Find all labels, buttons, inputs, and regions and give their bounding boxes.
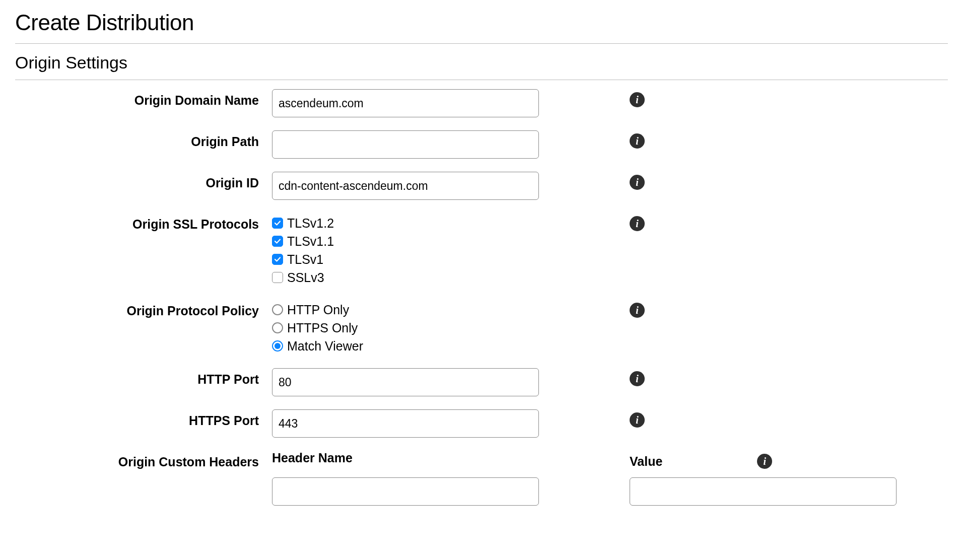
row-protocol-policy: Origin Protocol Policy HTTP OnlyHTTPS On… <box>15 300 948 355</box>
label-protocol-policy: Origin Protocol Policy <box>15 300 272 318</box>
ssl-option: TLSv1.1 <box>272 232 539 250</box>
ssl-option: SSLv3 <box>272 268 539 287</box>
divider <box>15 43 948 44</box>
info-icon[interactable]: i <box>757 454 772 469</box>
ssl-option: TLSv1.2 <box>272 214 539 232</box>
divider <box>15 80 948 80</box>
protocol-option-label: HTTP Only <box>287 301 349 319</box>
protocol-option-label: HTTPS Only <box>287 319 358 337</box>
http-port-input[interactable] <box>272 368 539 396</box>
protocol-option: HTTPS Only <box>272 319 539 337</box>
column-header-value: Value <box>630 454 662 469</box>
info-icon[interactable]: i <box>630 175 645 190</box>
info-icon[interactable]: i <box>630 216 645 231</box>
origin-id-input[interactable] <box>272 172 539 200</box>
https-port-input[interactable] <box>272 409 539 438</box>
row-ssl-protocols: Origin SSL Protocols TLSv1.2TLSv1.1TLSv1… <box>15 213 948 287</box>
label-custom-headers: Origin Custom Headers <box>15 451 272 469</box>
row-custom-header-input <box>15 477 948 506</box>
label-origin-path: Origin Path <box>15 130 272 149</box>
checkbox[interactable] <box>272 272 283 283</box>
radio[interactable] <box>272 340 283 352</box>
label-origin-domain-name: Origin Domain Name <box>15 89 272 108</box>
origin-domain-name-input[interactable] <box>272 89 539 117</box>
protocol-option-label: Match Viewer <box>287 337 363 355</box>
info-icon[interactable]: i <box>630 92 645 107</box>
custom-header-value-input[interactable] <box>630 477 897 506</box>
section-title: Origin Settings <box>15 53 948 73</box>
row-origin-domain-name: Origin Domain Name i <box>15 89 948 117</box>
label-ssl-protocols: Origin SSL Protocols <box>15 213 272 232</box>
ssl-option-label: SSLv3 <box>287 268 324 287</box>
radio[interactable] <box>272 322 283 333</box>
info-icon[interactable]: i <box>630 371 645 386</box>
radio[interactable] <box>272 304 283 315</box>
row-origin-path: Origin Path i <box>15 130 948 159</box>
row-http-port: HTTP Port i <box>15 368 948 396</box>
row-https-port: HTTPS Port i <box>15 409 948 438</box>
row-origin-id: Origin ID i <box>15 172 948 200</box>
checkbox[interactable] <box>272 236 283 247</box>
info-icon[interactable]: i <box>630 303 645 318</box>
ssl-option-label: TLSv1.2 <box>287 214 334 232</box>
protocol-option: Match Viewer <box>272 337 539 355</box>
row-custom-headers-labels: Origin Custom Headers Header Name Value … <box>15 451 948 469</box>
origin-path-input[interactable] <box>272 130 539 159</box>
info-icon[interactable]: i <box>630 412 645 428</box>
page-title: Create Distribution <box>15 10 948 35</box>
checkbox[interactable] <box>272 254 283 265</box>
column-header-name: Header Name <box>272 451 539 465</box>
protocol-option: HTTP Only <box>272 301 539 319</box>
ssl-option-label: TLSv1 <box>287 250 323 268</box>
ssl-option: TLSv1 <box>272 250 539 268</box>
checkbox[interactable] <box>272 218 283 229</box>
label-https-port: HTTPS Port <box>15 409 272 428</box>
label-http-port: HTTP Port <box>15 368 272 387</box>
label-origin-id: Origin ID <box>15 172 272 190</box>
origin-settings-form: Origin Domain Name i Origin Path i Origi… <box>15 89 948 506</box>
custom-header-name-input[interactable] <box>272 477 539 506</box>
ssl-option-label: TLSv1.1 <box>287 232 334 250</box>
info-icon[interactable]: i <box>630 133 645 149</box>
